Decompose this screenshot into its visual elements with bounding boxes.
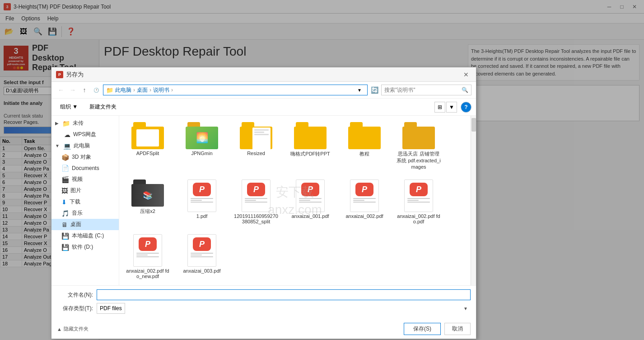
sidebar-item-video[interactable]: 🎬 视频: [51, 174, 119, 185]
help-button-dialog[interactable]: ?: [461, 102, 471, 113]
file-item-tutorial[interactable]: 教程: [340, 119, 389, 172]
file-label-jpngmin: JPNGmin: [191, 151, 212, 156]
view-dropdown-button[interactable]: ▼: [446, 102, 457, 113]
collapse-button[interactable]: ▲ 隐藏文件夹: [57, 326, 89, 332]
file-item-split[interactable]: P 1201911160959270380852_split: [231, 177, 281, 227]
sidebar-item-docs[interactable]: 📄 Documents: [51, 163, 119, 174]
file-label-1pdf: 1.pdf: [196, 213, 207, 219]
file-item-anxai003[interactable]: P anxaizai_003.pdf: [177, 231, 227, 282]
view-toggle: ⊞ ▼: [434, 102, 457, 113]
folder-icon-apdfsplit: [131, 122, 164, 149]
sidebar-item-wps[interactable]: ☁ WPS网盘: [51, 129, 119, 140]
save-dialog: P 另存为 ✕ ← → ↑ 🕐 📁 此电脑 › 桌面 › 说明书 › ▼ 🔄: [51, 67, 476, 339]
view-grid-button[interactable]: ⊞: [434, 102, 445, 113]
file-label-compress: 压缩x2: [140, 208, 155, 215]
pdf-file-icon: P: [187, 234, 216, 267]
computer-icon: 💻: [63, 142, 71, 150]
file-label-haiges: 嗨格式PDF转PPT: [290, 151, 330, 157]
address-bar[interactable]: 📁 此电脑 › 桌面 › 说明书 › ▼: [103, 85, 368, 95]
search-icon[interactable]: 🔍: [462, 87, 468, 93]
pdf-lines: [188, 198, 216, 203]
file-item-anxai002fdo[interactable]: P anxaizai_002.pdf fdo.pdf: [394, 177, 443, 227]
file-item-sixun[interactable]: 思迅天店 店铺管理系统 pdf.extracted_images: [394, 119, 443, 172]
file-item-apdfsplit[interactable]: APDFSplit: [123, 119, 173, 172]
filetype-select[interactable]: PDF files: [97, 303, 125, 314]
dialog-close-button[interactable]: ✕: [461, 69, 471, 80]
cancel-dialog-button[interactable]: 取消: [444, 323, 471, 335]
search-input[interactable]: [384, 87, 460, 93]
sidebar-label: 桌面: [70, 221, 81, 228]
file-label-apdfsplit: APDFSplit: [136, 151, 159, 156]
sidebar-item-music[interactable]: 🎵 音乐: [51, 208, 119, 219]
pdf-icon-1: P: [187, 179, 216, 212]
dialog-sidebar: ▶ 📁 未传 ☁ WPS网盘 ▼ 💻 此电脑 📦 3D 对象: [51, 116, 119, 285]
organize-button[interactable]: 组织 ▼: [56, 101, 82, 113]
scrollbar-vertical[interactable]: [471, 116, 476, 285]
search-box[interactable]: 🔍: [381, 85, 471, 95]
pdf-icon-002new: P: [133, 234, 162, 267]
file-label-anxai003: anxaizai_003.pdf: [183, 268, 220, 274]
file-label-resized: Resized: [247, 151, 265, 156]
sidebar-label: 下载: [70, 198, 80, 206]
file-item-anxai002[interactable]: P anxaizai_002.pdf: [340, 177, 389, 227]
sidebar-item-未传[interactable]: ▶ 📁 未传: [51, 118, 119, 129]
nav-up-button[interactable]: ↑: [79, 85, 89, 95]
expand-icon[interactable]: ▶: [55, 121, 59, 126]
file-item-anxai002new[interactable]: P anxaizai_002.pdf fdo_new.pdf: [123, 231, 173, 282]
drive-d-icon: 💾: [61, 244, 69, 251]
sidebar-item-computer[interactable]: ▼ 💻 此电脑: [51, 140, 119, 151]
pdf-icon-002: P: [350, 179, 379, 212]
sidebar-item-images[interactable]: 🖼 图片: [51, 185, 119, 196]
folder-icon: 📁: [62, 120, 70, 127]
dialog-form: 文件名(N): 保存类型(T): PDF files: [51, 285, 476, 320]
filetype-row: 保存类型(T): PDF files: [57, 303, 471, 314]
pdf-lines: [405, 198, 433, 203]
sidebar-item-c-drive[interactable]: 💾 本地磁盘 (C:): [51, 230, 119, 241]
images-icon: 🖼: [61, 187, 68, 194]
scrollbar-thumb[interactable]: [471, 118, 476, 132]
crumb-folder[interactable]: 说明书: [153, 86, 169, 94]
dialog-actions: ▲ 隐藏文件夹 保存(S) 取消: [51, 320, 476, 339]
sidebar-label: 图片: [70, 187, 81, 194]
sidebar-label: 本地磁盘 (C:): [72, 232, 104, 240]
file-label-tutorial: 教程: [359, 151, 369, 157]
filename-input[interactable]: [97, 289, 471, 300]
crumb-desktop[interactable]: 桌面: [137, 86, 148, 94]
pdf-logo: P: [247, 183, 265, 196]
dialog-overlay: P 另存为 ✕ ← → ↑ 🕐 📁 此电脑 › 桌面 › 说明书 › ▼ 🔄: [0, 0, 644, 340]
sidebar-item-download[interactable]: ⬇ 下载: [51, 196, 119, 208]
file-item-haigeshibi[interactable]: 嗨格式PDF转PPT: [285, 119, 335, 172]
action-buttons: 保存(S) 取消: [404, 323, 471, 335]
nav-back-button[interactable]: ←: [56, 85, 66, 95]
crumb-computer[interactable]: 此电脑: [115, 86, 131, 94]
expand-icon[interactable]: ▼: [55, 143, 60, 148]
dialog-nav: ← → ↑ 🕐 📁 此电脑 › 桌面 › 说明书 › ▼ 🔄 🔍: [51, 82, 476, 99]
file-item-compress[interactable]: 📚 压缩x2: [123, 177, 173, 227]
sidebar-item-desktop[interactable]: 🖥 桌面: [51, 219, 119, 230]
nav-recent-button[interactable]: 🕐: [91, 85, 101, 95]
music-icon: 🎵: [61, 210, 69, 217]
save-dialog-button[interactable]: 保存(S): [404, 323, 441, 335]
dialog-title-bar: P 另存为 ✕: [51, 67, 476, 82]
download-icon: ⬇: [61, 198, 67, 206]
pdf-logo: P: [410, 183, 428, 196]
sidebar-item-3d[interactable]: 📦 3D 对象: [51, 151, 119, 163]
video-icon: 🎬: [61, 176, 69, 183]
file-item-resized[interactable]: Resized: [231, 119, 281, 172]
dialog-icon: P: [56, 71, 63, 78]
pdf-file-icon: P: [187, 179, 216, 212]
file-grid-container[interactable]: APDFSplit 🌅 JPNGmin: [119, 116, 471, 285]
new-folder-button[interactable]: 新建文件夹: [85, 101, 121, 113]
refresh-button[interactable]: 🔄: [369, 85, 379, 95]
nav-forward-button[interactable]: →: [68, 85, 78, 95]
pdf-logo: P: [355, 183, 373, 196]
folder-icon-jpngmin: 🌅: [186, 122, 218, 149]
sidebar-item-d-drive[interactable]: 💾 软件 (D:): [51, 241, 119, 253]
pdf-logo: P: [193, 183, 211, 196]
file-item-anxai001[interactable]: P anxaizai_001.pdf: [285, 177, 335, 227]
file-item-1pdf[interactable]: P 1.pdf: [177, 177, 227, 227]
3d-icon: 📦: [61, 154, 69, 161]
pdf-logo: P: [301, 183, 319, 196]
file-item-jpngmin[interactable]: 🌅 JPNGmin: [177, 119, 227, 172]
address-dropdown[interactable]: ▼: [357, 88, 364, 93]
